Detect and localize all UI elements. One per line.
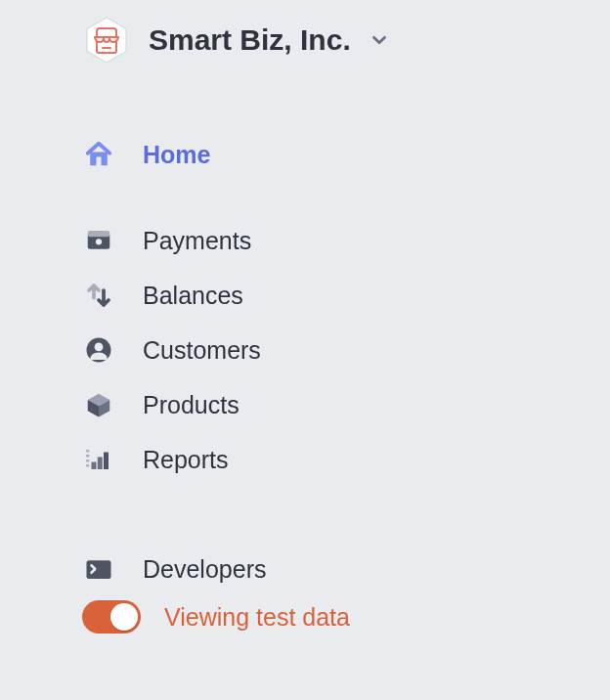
toggle-knob xyxy=(110,603,138,631)
chevron-down-icon xyxy=(369,29,390,51)
sidebar-item-label: Home xyxy=(143,141,210,169)
org-name: Smart Biz, Inc. xyxy=(149,23,351,57)
svg-rect-14 xyxy=(104,453,109,470)
sidebar-item-home[interactable]: Home xyxy=(82,127,610,182)
sidebar-item-payments[interactable]: Payments xyxy=(82,213,610,268)
customers-icon xyxy=(82,333,115,367)
svg-point-5 xyxy=(96,239,102,244)
svg-rect-13 xyxy=(98,458,103,470)
org-switcher[interactable]: Smart Biz, Inc. xyxy=(82,0,610,65)
sidebar-item-customers[interactable]: Customers xyxy=(82,323,610,377)
svg-point-7 xyxy=(95,343,104,352)
products-icon xyxy=(82,388,115,421)
sidebar-item-label: Products xyxy=(143,391,240,419)
sidebar-nav: Home Payments xyxy=(82,127,610,634)
balances-icon xyxy=(82,279,115,312)
test-mode-row: Viewing test data xyxy=(82,600,610,634)
svg-marker-0 xyxy=(87,18,126,63)
reports-icon xyxy=(82,443,115,476)
svg-rect-4 xyxy=(88,231,110,237)
sidebar-item-label: Customers xyxy=(143,336,261,365)
sidebar-item-reports[interactable]: Reports xyxy=(82,432,610,487)
svg-rect-12 xyxy=(92,462,97,470)
test-mode-label: Viewing test data xyxy=(164,603,350,632)
sidebar-item-products[interactable]: Products xyxy=(82,377,610,432)
sidebar-item-balances[interactable]: Balances xyxy=(82,268,610,323)
sidebar: Smart Biz, Inc. Home xyxy=(0,0,610,634)
sidebar-item-label: Balances xyxy=(143,282,243,310)
sidebar-item-developers[interactable]: Developers xyxy=(82,542,610,596)
home-icon xyxy=(82,138,115,171)
sidebar-item-label: Developers xyxy=(143,555,266,584)
sidebar-item-label: Payments xyxy=(143,227,251,255)
svg-rect-15 xyxy=(87,560,111,579)
sidebar-item-label: Reports xyxy=(143,446,229,474)
org-logo xyxy=(82,16,131,65)
test-mode-toggle[interactable] xyxy=(82,600,141,634)
developers-icon xyxy=(82,552,115,586)
payments-icon xyxy=(82,224,115,257)
